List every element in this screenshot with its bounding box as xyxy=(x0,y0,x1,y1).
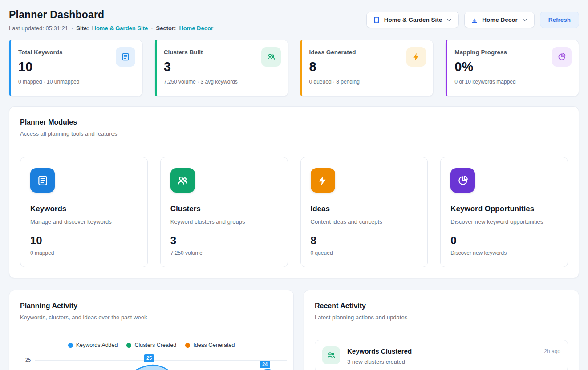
sector-dropdown-label: Home Decor xyxy=(482,16,518,23)
pie-chart-icon xyxy=(552,47,572,67)
chevron-down-icon xyxy=(446,17,452,23)
module-title: Ideas xyxy=(311,205,418,213)
module-description: Discover new keyword opportunities xyxy=(450,218,558,225)
legend-item-clusters-created: Clusters Created xyxy=(126,342,176,348)
keywords-added-area-series xyxy=(34,359,286,370)
module-subtext: Discover new keywords xyxy=(450,250,558,256)
recent-activity-panel: Recent Activity Latest planning actions … xyxy=(304,290,579,370)
site-label: Site: xyxy=(76,25,89,32)
users-icon xyxy=(322,346,340,364)
panel-title: Planning Activity xyxy=(20,302,283,310)
stat-subtext: 0 queued · 8 pending xyxy=(309,79,425,85)
module-description: Content ideas and concepts xyxy=(311,218,418,225)
legend-label: Clusters Created xyxy=(134,342,176,348)
header-controls: Home & Garden Site Home Decor Refresh xyxy=(366,12,579,28)
planner-modules-panel: Planner Modules Access all planning tool… xyxy=(9,106,579,278)
chart-legend: Keywords Added Clusters Created Ideas Ge… xyxy=(9,342,293,348)
meta-separator: · xyxy=(71,25,73,32)
activity-title: Keywords Clustered xyxy=(347,347,537,355)
module-card-clusters[interactable]: Clusters Keyword clusters and groups 3 7… xyxy=(160,157,288,267)
last-updated-text: Last updated: 05:31:21 xyxy=(9,25,68,32)
module-value: 0 xyxy=(450,234,558,247)
y-axis-tick: 25 xyxy=(25,357,31,362)
legend-dot-green xyxy=(126,343,131,348)
document-icon xyxy=(30,168,55,193)
legend-dot-orange xyxy=(185,343,190,348)
recent-activity-header: Recent Activity Latest planning actions … xyxy=(304,290,579,330)
stat-subtext: 7,250 volume · 3 avg keywords xyxy=(164,79,279,85)
module-value: 8 xyxy=(311,234,418,247)
legend-item-ideas-generated: Ideas Generated xyxy=(185,342,235,348)
page-header: Planner Dashboard Last updated: 05:31:21… xyxy=(9,9,579,32)
stat-card-clusters-built: Clusters Built 3 7,250 volume · 3 avg ke… xyxy=(154,40,288,97)
stat-card-mapping-progress: Mapping Progress 0% 0 of 10 keywords map… xyxy=(445,40,579,97)
sector-dropdown[interactable]: Home Decor xyxy=(464,12,535,28)
module-description: Manage and discover keywords xyxy=(30,218,138,225)
module-subtext: 7,250 volume xyxy=(170,250,278,256)
document-icon xyxy=(116,47,135,67)
module-title: Clusters xyxy=(170,205,278,213)
module-card-keyword-opportunities[interactable]: Keyword Opportunities Discover new keywo… xyxy=(440,157,568,267)
lightning-icon xyxy=(311,168,335,193)
users-icon xyxy=(261,47,281,67)
planning-activity-header: Planning Activity Keywords, clusters, an… xyxy=(9,290,293,330)
site-dropdown-label: Home & Garden Site xyxy=(384,16,442,23)
site-link[interactable]: Home & Garden Site xyxy=(92,25,148,32)
panel-subtitle: Latest planning actions and updates xyxy=(315,314,568,321)
building-icon xyxy=(373,16,380,24)
planner-modules-header: Planner Modules Access all planning tool… xyxy=(9,107,579,146)
chevron-down-icon xyxy=(522,17,528,23)
modules-grid: Keywords Manage and discover keywords 10… xyxy=(9,146,579,278)
stat-card-total-keywords: Total Keywords 10 0 mapped · 10 unmapped xyxy=(9,40,143,97)
module-description: Keyword clusters and groups xyxy=(170,218,278,225)
page-title: Planner Dashboard xyxy=(9,9,213,21)
panel-title: Planner Modules xyxy=(20,118,568,126)
legend-label: Keywords Added xyxy=(76,342,118,348)
activity-description: 3 new clusters created xyxy=(347,358,537,365)
stat-subtext: 0 mapped · 10 unmapped xyxy=(18,79,134,85)
activity-body: Keywords Clustered 3 new clusters create… xyxy=(347,346,537,365)
panel-subtitle: Access all planning tools and features xyxy=(20,130,568,137)
lightning-icon xyxy=(406,47,426,67)
sector-link[interactable]: Home Decor xyxy=(179,25,213,32)
data-point-label: 24 xyxy=(260,361,270,368)
pie-chart-icon xyxy=(450,168,475,193)
legend-label: Ideas Generated xyxy=(193,342,235,348)
module-title: Keywords xyxy=(30,205,138,213)
refresh-button[interactable]: Refresh xyxy=(540,12,579,28)
sector-label: Sector: xyxy=(156,25,176,32)
stat-subtext: 0 of 10 keywords mapped xyxy=(454,79,570,85)
activity-area-chart: 25 25 24 xyxy=(9,352,293,370)
stat-card-ideas-generated: Ideas Generated 8 0 queued · 8 pending xyxy=(300,40,434,97)
bar-chart-icon xyxy=(471,16,478,24)
header-meta: Last updated: 05:31:21 · Site: Home & Ga… xyxy=(9,25,213,32)
data-point-label: 25 xyxy=(144,354,154,362)
legend-item-keywords-added: Keywords Added xyxy=(68,342,118,348)
stat-cards-row: Total Keywords 10 0 mapped · 10 unmapped… xyxy=(9,40,579,97)
bottom-row: Planning Activity Keywords, clusters, an… xyxy=(9,290,579,370)
panel-title: Recent Activity xyxy=(315,302,568,310)
site-dropdown[interactable]: Home & Garden Site xyxy=(366,12,459,28)
header-left: Planner Dashboard Last updated: 05:31:21… xyxy=(9,9,213,32)
users-icon xyxy=(170,168,195,193)
module-subtext: 0 queued xyxy=(311,250,418,256)
activity-list: Keywords Clustered 3 new clusters create… xyxy=(304,330,579,370)
planner-dashboard-page: Planner Dashboard Last updated: 05:31:21… xyxy=(0,0,588,370)
activity-item-keywords-clustered: Keywords Clustered 3 new clusters create… xyxy=(315,340,568,370)
meta-separator: · xyxy=(151,25,153,32)
activity-timestamp: 2h ago xyxy=(544,348,560,354)
module-card-ideas[interactable]: Ideas Content ideas and concepts 8 0 que… xyxy=(300,157,428,267)
module-card-keywords[interactable]: Keywords Manage and discover keywords 10… xyxy=(20,157,148,267)
legend-dot-blue xyxy=(68,343,73,348)
module-subtext: 0 mapped xyxy=(30,250,138,256)
module-title: Keyword Opportunities xyxy=(450,205,558,213)
module-value: 10 xyxy=(30,234,138,247)
module-value: 3 xyxy=(170,234,278,247)
panel-subtitle: Keywords, clusters, and ideas over the p… xyxy=(20,314,283,321)
planning-activity-panel: Planning Activity Keywords, clusters, an… xyxy=(9,290,294,370)
